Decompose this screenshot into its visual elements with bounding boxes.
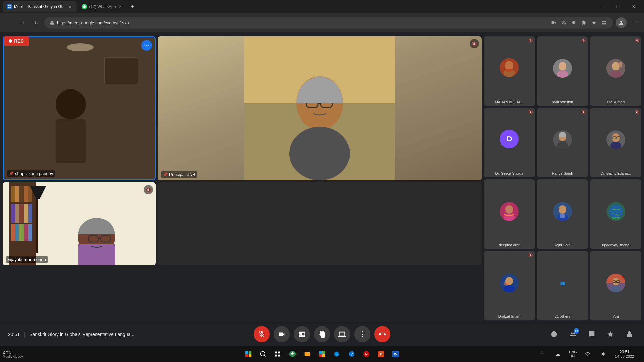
volume-icon[interactable] (597, 347, 610, 361)
tile-name-rajni: Rajni Saini (539, 243, 586, 247)
start-button[interactable] (241, 347, 255, 361)
mute-icon-geeta: 🔇 (528, 110, 533, 114)
present-button[interactable] (334, 326, 350, 342)
onedrive-icon[interactable]: ☁ (551, 347, 565, 361)
rec-button[interactable]: REC (4, 36, 29, 46)
translate-icon[interactable] (560, 19, 568, 26)
svg-rect-2 (8, 7, 9, 8)
svg-rect-60 (619, 62, 622, 67)
tab-meet-close[interactable]: ✕ (67, 4, 73, 9)
people-button[interactable]: 35 (566, 327, 580, 341)
weather-info: 27°C Mostly cloudy (3, 350, 23, 358)
participant-name-shriprakash: 📌 shriprakash pandey (7, 170, 55, 177)
rec-label: REC (14, 38, 24, 44)
word-button[interactable]: W (389, 347, 402, 361)
activities-button[interactable] (604, 327, 617, 341)
svg-rect-40 (19, 224, 24, 241)
svg-rect-39 (15, 224, 19, 241)
more-options-shriprakash[interactable]: ⋯ (141, 40, 152, 51)
participant-tile-sacchi: 🔇 Dr. Sachchidana... (590, 108, 641, 178)
svg-rect-107 (322, 354, 325, 357)
info-button[interactable] (547, 327, 561, 341)
tray-chevron[interactable]: ⌃ (535, 347, 549, 361)
taskbar-center: ? M P W (241, 347, 402, 361)
avatar-sita (606, 59, 625, 78)
participant-tile-upadhyay: EARTH upadhyay sneha (590, 179, 641, 249)
svg-point-98 (261, 352, 265, 356)
browser-more-button[interactable]: ⋯ (629, 17, 640, 28)
svg-point-4 (83, 5, 86, 8)
svg-text:W: W (394, 352, 398, 356)
svg-rect-3 (10, 7, 11, 8)
edge-button[interactable] (330, 347, 343, 361)
profile-button[interactable] (616, 17, 627, 28)
language-indicator[interactable]: ENG IN (568, 350, 578, 358)
svg-point-92 (622, 275, 625, 278)
svg-rect-0 (8, 5, 9, 6)
raise-hand-button[interactable] (314, 326, 330, 342)
taskbar-right: ⌃ ☁ ENG IN 20:51 14-08-2022 (535, 347, 641, 361)
clock-date: 14-08-2022 (615, 354, 634, 358)
participant-tile-madan: 🔇 MADAN MOHA... (484, 36, 535, 106)
camera-button[interactable] (274, 326, 290, 342)
clock[interactable]: 20:51 14-08-2022 (613, 350, 636, 358)
svg-rect-35 (19, 204, 24, 223)
maximize-button[interactable]: ❐ (610, 0, 626, 13)
favorites-icon[interactable] (590, 19, 598, 26)
new-tab-button[interactable]: + (128, 2, 137, 11)
svg-rect-41 (24, 224, 28, 241)
captions-button[interactable] (294, 326, 310, 342)
powerpoint-button[interactable]: P (374, 347, 388, 361)
mute-icon-sita: 🔇 (635, 38, 639, 43)
forward-button[interactable]: → (17, 17, 28, 28)
show-desktop-button[interactable] (639, 348, 641, 360)
svg-rect-8 (602, 21, 604, 22)
close-button[interactable]: ✕ (626, 0, 641, 13)
svg-point-74 (559, 205, 566, 214)
end-call-button[interactable] (374, 326, 390, 342)
search-taskbar-button[interactable] (256, 347, 270, 361)
tab-whatsapp-close[interactable]: ✕ (118, 4, 123, 9)
tile-name-sacchi: Dr. Sachchidana... (592, 171, 639, 175)
extensions-icon[interactable] (580, 19, 588, 26)
svg-point-65 (612, 133, 620, 142)
svg-rect-11 (604, 23, 606, 24)
avatar-ranvir (553, 130, 572, 149)
help-button[interactable]: ? (345, 347, 358, 361)
svg-point-83 (504, 282, 509, 286)
weather-desc: Mostly cloudy (3, 355, 23, 358)
svg-text:EARTH: EARTH (612, 217, 620, 219)
participant-name-vijay: vijayakumar menon (6, 256, 48, 263)
avatar-drafzal (500, 274, 519, 292)
more-options-button[interactable]: ⋮ (354, 326, 370, 342)
antivirus-button[interactable]: M (360, 347, 373, 361)
participant-tile-deepika: deepika dixit (484, 179, 535, 249)
svg-rect-30 (19, 186, 24, 202)
mute-button[interactable] (254, 326, 270, 342)
empty-main-bottom (158, 182, 482, 265)
weather-temp: 27°C (3, 350, 23, 355)
participant-tile-rajni: Rajni Saini (537, 179, 588, 249)
lock-button[interactable] (623, 327, 636, 341)
widgets-button[interactable] (271, 347, 284, 361)
search-icon[interactable] (570, 19, 578, 26)
tab-meet[interactable]: Meet – Sanskrit Glory in Gl... ✕ (3, 1, 77, 12)
tab-whatsapp[interactable]: (12) WhatsApp ✕ (77, 1, 127, 12)
refresh-button[interactable]: ↻ (31, 17, 42, 28)
zoom-taskbar-button[interactable] (286, 347, 299, 361)
svg-rect-16 (56, 119, 86, 163)
store-button[interactable] (315, 347, 329, 361)
collections-icon[interactable] (600, 19, 608, 26)
file-explorer-button[interactable] (301, 347, 314, 361)
svg-point-15 (56, 89, 86, 119)
svg-rect-105 (322, 351, 325, 354)
svg-point-51 (505, 61, 513, 70)
svg-rect-36 (24, 204, 28, 223)
back-button[interactable]: ← (4, 17, 15, 28)
chat-button[interactable] (585, 327, 598, 341)
wifi-icon[interactable] (581, 347, 594, 361)
address-bar[interactable]: https://meet.google.com/cvc-bycf-sxo (44, 17, 613, 29)
svg-rect-10 (602, 23, 604, 24)
minimize-button[interactable]: — (595, 0, 610, 13)
camera-icon[interactable] (550, 19, 557, 26)
